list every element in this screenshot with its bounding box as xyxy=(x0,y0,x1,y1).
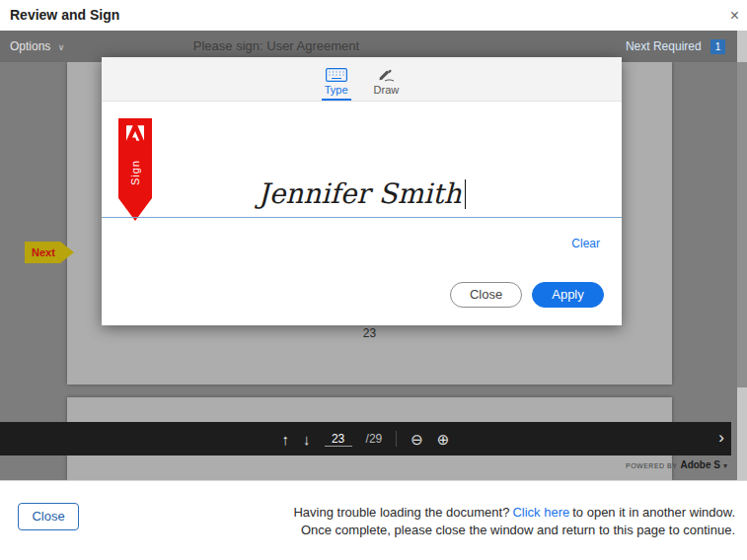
page-number-input[interactable] xyxy=(325,432,352,447)
next-required-count-badge: 1 xyxy=(710,39,725,54)
caret-down-icon[interactable]: ▾ xyxy=(723,461,727,470)
page-up-icon[interactable]: ↑ xyxy=(282,432,290,447)
next-required-label: Next Required xyxy=(626,39,702,53)
click-here-link[interactable]: Click here xyxy=(512,505,569,520)
review-and-sign-window: Review and Sign × Options ∨ Please sign:… xyxy=(0,0,747,560)
powered-brand-label: Adobe S xyxy=(680,459,720,470)
window-title: Review and Sign xyxy=(10,0,119,31)
signature-input[interactable]: Jennifer Smith xyxy=(102,177,622,210)
toolbar-divider xyxy=(396,431,397,447)
signature-text: Jennifer Smith xyxy=(258,177,461,210)
zoom-out-icon[interactable]: ⊖ xyxy=(411,432,423,447)
help-line1-pre: Having trouble loading the document? xyxy=(293,505,509,520)
pen-icon xyxy=(376,68,396,82)
signature-dialog: Type Draw xyxy=(102,57,622,325)
page-down-icon[interactable]: ↓ xyxy=(303,432,311,447)
tab-draw[interactable]: Draw xyxy=(371,64,403,101)
help-line-1: Having trouble loading the document?Clic… xyxy=(293,504,735,522)
tab-type[interactable]: Type xyxy=(322,64,351,101)
scrollbar-thumb[interactable] xyxy=(737,62,747,387)
footer-help-text: Having trouble loading the document?Clic… xyxy=(293,504,735,539)
help-line1-post: to open it in another window. xyxy=(572,505,735,520)
powered-by-label: POWERED BY xyxy=(626,462,677,469)
pdf-nav-bar: ↑ ↓ /29 ⊖ ⊕ › xyxy=(0,422,731,455)
adobe-logo-icon xyxy=(118,125,152,141)
close-icon[interactable]: × xyxy=(730,0,739,31)
tab-type-label: Type xyxy=(325,84,348,96)
powered-by-strip: POWERED BY Adobe S ▾ xyxy=(0,455,731,480)
tab-draw-label: Draw xyxy=(374,84,400,96)
signature-tabs: Type Draw xyxy=(102,57,622,102)
page-total-label: /29 xyxy=(366,432,383,446)
chevron-right-icon[interactable]: › xyxy=(718,428,724,448)
dialog-close-button[interactable]: Close xyxy=(450,282,522,308)
clear-signature-link[interactable]: Clear xyxy=(571,237,600,250)
footer-close-button[interactable]: Close xyxy=(18,503,79,530)
zoom-in-icon[interactable]: ⊕ xyxy=(437,432,450,447)
text-caret xyxy=(465,179,466,209)
window-header: Review and Sign × xyxy=(0,0,747,31)
signature-baseline xyxy=(102,217,622,218)
vertical-scrollbar[interactable] xyxy=(737,31,747,480)
page-footer: Close Having trouble loading the documen… xyxy=(0,480,747,560)
keyboard-icon xyxy=(326,68,347,82)
dialog-apply-button[interactable]: Apply xyxy=(532,282,604,308)
page-number-label: 23 xyxy=(67,326,672,340)
next-required-button[interactable]: Next Required 1 xyxy=(626,31,725,62)
help-line-2: Once complete, please close the window a… xyxy=(293,522,735,539)
